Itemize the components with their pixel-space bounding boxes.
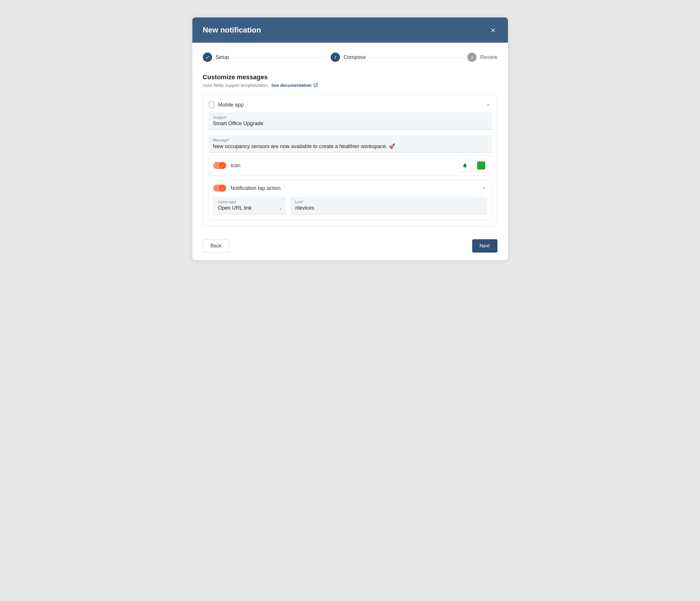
icon-picker-button[interactable] <box>459 160 471 171</box>
subject-label: Subject* <box>213 115 487 120</box>
modal-footer: Back Next <box>192 235 508 260</box>
bell-icon <box>462 163 468 168</box>
link-label: Link* <box>295 200 482 204</box>
modal-title: New notification <box>203 26 261 34</box>
section-subtitle-text: Input fields support templatization. <box>203 83 269 88</box>
next-button[interactable]: Next <box>472 239 498 253</box>
icon-toggle[interactable] <box>213 162 226 169</box>
subject-input[interactable] <box>213 121 487 127</box>
external-link-icon <box>313 83 318 88</box>
stepper: Setup 2 Compose 3 Review <box>203 53 498 62</box>
step-label: Compose <box>344 54 366 60</box>
step-label: Setup <box>216 54 229 60</box>
color-picker-button[interactable] <box>475 160 487 171</box>
link-field[interactable]: Link* <box>291 197 487 214</box>
step-label: Review <box>480 54 497 60</box>
link-input[interactable] <box>295 205 482 211</box>
icon-label: Icon <box>231 163 454 169</box>
message-label: Message* <box>213 138 487 142</box>
subject-field[interactable]: Subject* <box>208 112 492 130</box>
new-notification-modal: New notification Setup 2 Compose 3 Revie… <box>192 18 508 260</box>
modal-body: Setup 2 Compose 3 Review Customize messa… <box>192 43 508 235</box>
step-number: 3 <box>467 53 477 62</box>
step-divider <box>233 57 327 57</box>
step-review[interactable]: 3 Review <box>467 53 497 62</box>
step-number: 2 <box>331 53 340 62</box>
check-icon <box>203 53 212 62</box>
tap-action-body: Action type Open URL link Link* <box>213 197 487 214</box>
mobile-icon <box>209 101 214 108</box>
chevron-up-icon <box>481 185 487 191</box>
mobile-app-title: Mobile app <box>218 102 481 108</box>
dropdown-icon <box>278 207 282 211</box>
tap-action-header[interactable]: Notification tap action <box>213 185 487 192</box>
toggle-knob <box>219 162 226 169</box>
step-setup[interactable]: Setup <box>203 53 229 62</box>
message-field[interactable]: Message* <box>208 135 492 152</box>
close-icon <box>490 27 496 33</box>
action-type-value: Open URL link <box>218 205 276 211</box>
color-swatch <box>477 161 485 169</box>
action-type-label: Action type <box>218 200 276 204</box>
see-documentation-link[interactable]: See documentation <box>271 83 318 88</box>
action-type-select[interactable]: Action type Open URL link <box>213 197 286 214</box>
back-button[interactable]: Back <box>203 239 229 253</box>
section-title: Customize messages <box>203 74 498 81</box>
step-divider <box>370 57 463 57</box>
mobile-app-header[interactable]: Mobile app <box>208 100 492 112</box>
mobile-app-card: Mobile app Subject* Message* Icon <box>203 95 498 227</box>
message-input[interactable] <box>213 143 487 149</box>
tap-action-label: Notification tap action <box>231 185 477 191</box>
modal-header: New notification <box>192 18 508 43</box>
chevron-up-icon <box>485 102 491 108</box>
close-button[interactable] <box>489 26 498 34</box>
icon-row: Icon <box>208 155 492 176</box>
tap-action-card: Notification tap action Action type Open… <box>208 180 492 220</box>
toggle-knob <box>219 185 226 192</box>
check-icon <box>221 186 224 190</box>
check-icon <box>221 164 224 167</box>
tap-action-toggle[interactable] <box>213 185 226 192</box>
doc-link-text: See documentation <box>271 83 311 88</box>
step-compose[interactable]: 2 Compose <box>331 53 366 62</box>
section-subtitle: Input fields support templatization. See… <box>203 83 498 88</box>
